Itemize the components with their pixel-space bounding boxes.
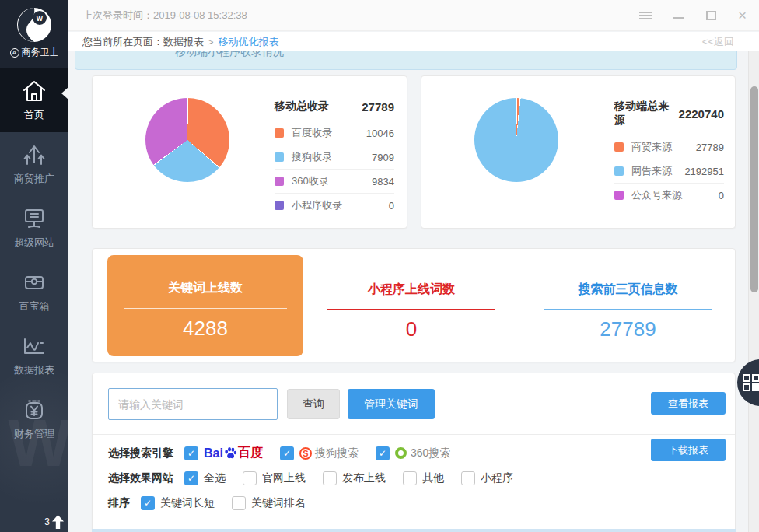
- vertical-scrollbar[interactable]: [748, 51, 759, 532]
- stat-value: 4288: [183, 317, 228, 341]
- promotion-icon: [21, 142, 47, 167]
- baidu-logo: Bai 百度: [204, 445, 263, 461]
- menu-icon[interactable]: [639, 10, 652, 21]
- sidebar-item-website[interactable]: 超级网站: [0, 196, 68, 260]
- clipped-row-strip: [92, 529, 736, 532]
- app-logo-block: w A 商务卫士: [0, 0, 68, 68]
- download-report-button[interactable]: 下载报表: [651, 439, 726, 461]
- stat-label: 小程序上线词数: [368, 282, 455, 298]
- stat-top3-pages: 搜索前三页信息数 27789: [519, 255, 736, 356]
- mini-brand-icon: A: [10, 48, 19, 58]
- legend-swatch: [275, 177, 284, 186]
- maximize-icon[interactable]: [706, 11, 716, 20]
- sidebar-item-label: 商贸推广: [14, 172, 54, 186]
- site-option-official[interactable]: 官网上线: [243, 471, 306, 485]
- legend-item: 小程序收录 0: [275, 193, 394, 217]
- manage-keywords-button[interactable]: 管理关键词: [348, 389, 435, 419]
- stat-value: 0: [406, 317, 417, 341]
- engine-filter-label: 选择搜索引擎: [108, 446, 173, 460]
- sidebar-item-toolbox[interactable]: 百宝箱: [0, 260, 68, 324]
- legend-swatch: [614, 166, 624, 176]
- app-name: 商务卫士: [22, 46, 59, 59]
- breadcrumb-separator: >: [208, 37, 213, 47]
- engine-sogou-option[interactable]: ✓ S 搜狗搜索: [280, 446, 359, 460]
- legend-title: 移动总收录: [275, 100, 329, 114]
- site-option-other[interactable]: 其他: [403, 471, 444, 485]
- sort-option-length[interactable]: ✓ 关键词长短: [141, 496, 215, 510]
- watermark-shield: W: [0, 369, 68, 516]
- engine-baidu-option[interactable]: ✓ Bai 百度: [184, 445, 263, 461]
- site-filter-label: 选择效果网站: [108, 471, 173, 485]
- stat-divider: [124, 308, 287, 309]
- breadcrumb: 您当前所在页面：数据报表 > 移动优化报表 <<返回: [68, 32, 759, 51]
- legend-total: 27789: [362, 100, 394, 114]
- stat-divider: [327, 309, 495, 310]
- sidebar-item-home[interactable]: 首页: [0, 68, 68, 132]
- chart-report-icon: [21, 334, 47, 359]
- mobile-index-legend: 移动总收录 27789 百度收录 10046 搜狗收录 7909 360收录 9…: [275, 100, 394, 217]
- site-option-publish[interactable]: 发布上线: [323, 471, 386, 485]
- sidebar-item-promotion[interactable]: 商贸推广: [0, 132, 68, 196]
- close-icon[interactable]: ×: [738, 11, 747, 20]
- checkbox-unchecked[interactable]: [323, 471, 337, 485]
- notice-banner: 移动端小程序收录情况: [75, 51, 737, 70]
- divider: [93, 434, 735, 435]
- engine-filter-row: 选择搜索引擎 ✓ Bai 百度: [108, 445, 467, 461]
- stat-label: 关键词上线数: [168, 280, 243, 296]
- so360-logo: 360搜索: [395, 446, 450, 460]
- mobile-index-pie-chart: [145, 98, 229, 182]
- mobile-source-legend: 移动端总来源 2220740 商贸来源 27789 网告来源 2192951 公…: [614, 100, 724, 207]
- sidebar: w A 商务卫士 首页 商贸: [0, 0, 68, 532]
- stat-label: 搜索前三页信息数: [579, 282, 678, 298]
- checkbox-checked[interactable]: ✓: [280, 446, 294, 460]
- sort-option-rank[interactable]: 关键词排名: [232, 496, 306, 510]
- view-report-button[interactable]: 查看报表: [651, 392, 726, 415]
- stat-keywords-online: 关键词上线数 4288: [107, 255, 303, 356]
- legend-item: 百度收录 10046: [275, 121, 394, 145]
- toolbox-icon: [21, 270, 47, 295]
- scroll-top-count: 3: [44, 516, 50, 527]
- sort-row: 排序 ✓ 关键词长短 关键词排名: [108, 496, 323, 510]
- scrollbar-thumb[interactable]: [750, 86, 758, 292]
- app-logo-icon: w: [16, 7, 52, 43]
- monitor-icon: [21, 206, 47, 231]
- stat-miniprogram-words: 小程序上线词数 0: [303, 255, 519, 356]
- breadcrumb-current-link[interactable]: 移动优化报表: [218, 35, 278, 49]
- keyword-search-input[interactable]: [108, 388, 278, 420]
- breadcrumb-prefix: 您当前所在页面：数据报表: [82, 35, 204, 49]
- checkbox-unchecked[interactable]: [232, 496, 246, 510]
- minimize-icon[interactable]: [673, 12, 684, 19]
- sogou-s-icon: S: [299, 447, 312, 460]
- site-option-miniprogram[interactable]: 小程序: [461, 471, 513, 485]
- back-link[interactable]: <<返回: [702, 35, 734, 49]
- legend-swatch: [275, 152, 284, 162]
- baidu-paw-icon: [224, 446, 237, 460]
- sidebar-item-label: 超级网站: [14, 236, 54, 250]
- active-notch: [61, 87, 68, 100]
- scroll-top-control[interactable]: 3: [44, 515, 64, 529]
- main-content: 移动端小程序收录情况 移动总收录 27789 百度收录 10046 搜狗收录 7…: [68, 51, 748, 532]
- app-window: w A 商务卫士 首页 商贸: [0, 0, 759, 532]
- mobile-source-pie-chart: [474, 98, 558, 182]
- site-option-all[interactable]: ✓ 全选: [184, 471, 226, 485]
- legend-item: 360收录 9834: [275, 169, 394, 193]
- legend-swatch: [275, 128, 284, 138]
- stat-divider: [544, 309, 712, 310]
- window-controls: ×: [639, 10, 747, 21]
- checkbox-checked[interactable]: ✓: [184, 471, 198, 485]
- checkbox-checked[interactable]: ✓: [141, 496, 155, 510]
- checkbox-unchecked[interactable]: [403, 471, 417, 485]
- checkbox-unchecked[interactable]: [461, 471, 475, 485]
- checkbox-checked[interactable]: ✓: [376, 446, 390, 460]
- legend-swatch: [275, 201, 284, 210]
- site-filter-row: 选择效果网站 ✓ 全选 官网上线 发布上线 其他: [108, 471, 530, 485]
- query-button[interactable]: 查询: [287, 389, 340, 419]
- qr-code-icon: [743, 374, 759, 391]
- checkbox-checked[interactable]: ✓: [184, 446, 198, 460]
- legend-item: 网告来源 2192951: [614, 159, 724, 183]
- legend-swatch: [614, 191, 624, 200]
- engine-360-option[interactable]: ✓ 360搜索: [376, 446, 450, 460]
- mobile-source-card: 移动端总来源 2220740 商贸来源 27789 网告来源 2192951 公…: [421, 75, 736, 229]
- checkbox-unchecked[interactable]: [243, 471, 257, 485]
- legend-item: 商贸来源 27789: [614, 135, 724, 159]
